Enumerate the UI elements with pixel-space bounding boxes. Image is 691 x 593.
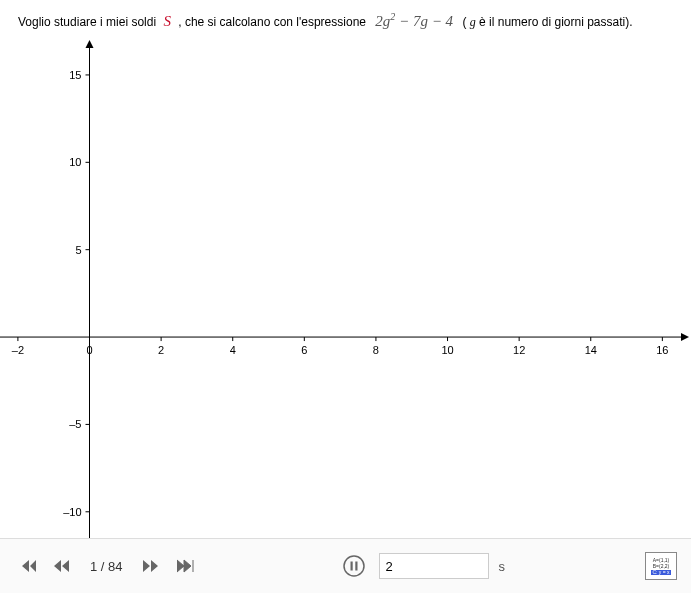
svg-rect-19 — [355, 562, 357, 571]
pause-icon — [343, 555, 365, 577]
expression: 2g2 − 7g − 4 — [369, 13, 459, 29]
variable-g: g — [470, 15, 476, 29]
problem-statement: Voglio studiare i miei soldi S , che si … — [18, 10, 681, 32]
app-root: Voglio studiare i miei soldi S , che si … — [0, 0, 691, 593]
axis-tick-label: 10 — [69, 156, 81, 168]
axis-tick-label: 15 — [69, 69, 81, 81]
text-mid1: , che si calcolano con l'espressione — [178, 15, 369, 29]
text-suffix: è il numero di giorni passati). — [479, 15, 632, 29]
rewind-icon — [54, 560, 70, 572]
play-pause-button[interactable] — [339, 551, 369, 581]
svg-point-17 — [344, 556, 364, 576]
fast-forward-icon — [143, 560, 159, 572]
axes-svg — [0, 40, 691, 538]
axis-tick-label: 12 — [513, 344, 525, 356]
axis-tick-label: 5 — [75, 244, 81, 256]
axis-tick-label: –10 — [63, 506, 81, 518]
axis-tick-label: 10 — [441, 344, 453, 356]
first-frame-button[interactable] — [14, 555, 40, 577]
playback-toolbar: 1 / 84 s A=(1,1) B=(2,2) C: y = x — [0, 538, 691, 593]
text-mid2: ( — [462, 15, 469, 29]
coordinate-plane[interactable]: –20246810121416–10–551015 — [0, 40, 691, 538]
next-frame-button[interactable] — [139, 556, 163, 576]
svg-rect-18 — [350, 562, 352, 571]
frame-counter: 1 / 84 — [84, 559, 129, 574]
prev-frame-button[interactable] — [50, 556, 74, 576]
axis-tick-label: 0 — [86, 344, 92, 356]
axis-tick-label: 2 — [158, 344, 164, 356]
axis-tick-label: –2 — [12, 344, 24, 356]
axis-tick-label: 6 — [301, 344, 307, 356]
speed-unit-label: s — [499, 559, 506, 574]
skip-end-icon — [177, 559, 195, 573]
apps-icon-row: A=(1,1) — [653, 558, 670, 563]
skip-start-icon — [18, 559, 36, 573]
axis-tick-label: 4 — [230, 344, 236, 356]
axis-tick-label: 14 — [585, 344, 597, 356]
total-frames: 84 — [108, 559, 122, 574]
axis-tick-label: –5 — [69, 418, 81, 430]
last-frame-button[interactable] — [173, 555, 199, 577]
frame-separator: / — [97, 559, 108, 574]
axis-tick-label: 16 — [656, 344, 668, 356]
speed-input[interactable] — [379, 553, 489, 579]
apps-icon-row: C: y = x — [651, 570, 670, 575]
apps-icon-row: B=(2,2) — [653, 564, 670, 569]
text-prefix: Voglio studiare i miei soldi — [18, 15, 159, 29]
axis-tick-label: 8 — [373, 344, 379, 356]
views-menu-button[interactable]: A=(1,1) B=(2,2) C: y = x — [645, 552, 677, 580]
symbol-S: S — [159, 13, 175, 29]
